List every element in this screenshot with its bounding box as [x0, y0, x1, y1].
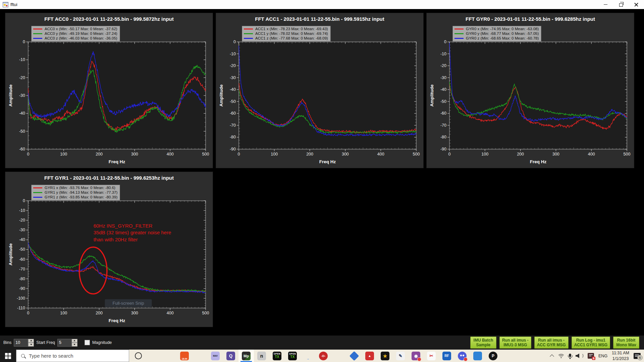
legend-label: GYR1 x (Min: -93.76 Max: 0 Mean: -80.6) [45, 186, 115, 190]
svg-text:-20: -20 [19, 218, 25, 223]
svg-text:-80: -80 [440, 135, 446, 139]
svg-text:-90: -90 [440, 147, 446, 152]
svg-text:-90: -90 [230, 147, 236, 152]
cortana-icon[interactable] [130, 350, 146, 362]
rocket-app-icon[interactable]: ▲ [362, 350, 377, 362]
image-editor-icon[interactable]: ✎ [393, 350, 408, 362]
svg-text:0: 0 [23, 40, 25, 44]
start-freq-stepper[interactable] [72, 339, 77, 347]
svg-text:0: 0 [444, 40, 446, 44]
magnitude-checkbox[interactable] [85, 340, 90, 345]
mavproxy-icon[interactable]: MAV [208, 350, 223, 362]
svg-text:0: 0 [233, 40, 236, 44]
snip-glyph: ✂ [427, 352, 436, 360]
microphone-icon[interactable] [569, 354, 571, 357]
qgroundcontrol-icon[interactable]: Q [223, 350, 238, 362]
wifi-icon[interactable] [558, 354, 565, 358]
search-icon [21, 354, 25, 358]
run-all-imus-accgyr-button[interactable]: Run all imus -ACC GYR MSG [534, 337, 569, 349]
mavproxy-glyph: MAV [211, 352, 220, 360]
kite-app-icon[interactable] [346, 350, 362, 362]
run-log-imu1-button[interactable]: Run Log - imu1ACC1 GYR1 MSG [572, 337, 610, 349]
svg-text:Freq Hz: Freq Hz [319, 159, 336, 164]
svg-text:-70: -70 [440, 123, 446, 128]
svg-text:-50: -50 [19, 247, 25, 252]
taskbar-clock[interactable]: 11:31 AM 1/1/2023 [612, 350, 629, 362]
language-indicator[interactable]: ENG [598, 354, 607, 358]
notification-center-icon[interactable]: 6 [634, 353, 641, 359]
start-freq-input[interactable] [57, 339, 72, 347]
opentx-icon[interactable]: OPENTX [269, 350, 285, 362]
run-16bit-mono-wav-button[interactable]: Run 16bitMono Wav [613, 337, 639, 349]
bins-label: Bins [3, 340, 11, 345]
bins-stepper[interactable] [28, 339, 34, 347]
legend-swatch [244, 33, 253, 34]
search-input[interactable] [28, 353, 113, 359]
tray-app-icon[interactable]: 6 [588, 353, 594, 359]
videopad-icon[interactable]: ★ [377, 350, 393, 362]
ubuntu-glyph: 18.04 [180, 352, 189, 360]
fft-controls: Bins Start Freq Magnitude [3, 336, 112, 350]
file-explorer-glyph [165, 352, 173, 360]
close-button[interactable] [629, 0, 644, 9]
svg-text:-10: -10 [19, 208, 25, 213]
restore-button[interactable] [613, 0, 629, 9]
discord-icon[interactable] [454, 350, 470, 362]
imu-batch-sample-button[interactable]: IMU BatchSample [470, 337, 496, 349]
legend-row: ACC0 y (Min: -49.19 Max: 0 Mean: -37.24) [33, 31, 117, 36]
svg-text:-60: -60 [230, 111, 236, 116]
svg-text:Full-screen Snip: Full-screen Snip [113, 301, 144, 306]
svg-text:200: 200 [96, 311, 103, 315]
bins-input[interactable] [14, 339, 28, 347]
svg-text:-10: -10 [440, 52, 446, 56]
mission-planner-glyph: Mp [242, 352, 251, 360]
chrome-icon[interactable] [146, 350, 161, 362]
vlc-glyph [335, 352, 342, 360]
snip-icon[interactable]: ✂ [424, 350, 439, 362]
volume-icon[interactable] [576, 353, 583, 358]
obs-glyph [473, 352, 482, 360]
display-switch-icon[interactable]: → [300, 350, 316, 362]
minimize-button[interactable] [598, 0, 613, 9]
taskbar-search[interactable] [16, 350, 129, 362]
legend-swatch [454, 28, 464, 29]
ubuntu-icon[interactable]: 18.04 [177, 350, 192, 362]
obs-icon[interactable] [470, 350, 485, 362]
svg-text:-10: -10 [19, 57, 25, 62]
svg-text:-60: -60 [19, 257, 25, 262]
mission-planner-icon[interactable]: Mp [238, 350, 254, 362]
legend-label: ACC1 x (Min: -78.23 Max: 0 Mean: -69.43) [255, 27, 328, 31]
svg-text:-30: -30 [440, 75, 446, 80]
minimize-icon [604, 4, 607, 5]
plex-icon[interactable]: P [485, 350, 501, 362]
linux-tux-icon[interactable] [192, 350, 208, 362]
svg-text:-10: -10 [230, 52, 236, 56]
legend-swatch [33, 187, 42, 188]
davinci-icon[interactable]: -D- [316, 350, 331, 362]
chart-legend: GYR0 x (Min: -74.95 Max: 0 Mean: -63.08)… [452, 26, 541, 42]
vlc-icon[interactable] [331, 350, 346, 362]
svg-text:300: 300 [131, 311, 138, 315]
chrome-glyph [149, 352, 158, 360]
tray-expand-icon[interactable] [550, 354, 554, 359]
run-all-imus-imu13-button[interactable]: Run all imus -IMU1-3 MSG [499, 337, 531, 349]
svg-text:0: 0 [27, 311, 30, 315]
notification-dot [417, 357, 421, 361]
legend-row: GYR1 x (Min: -93.76 Max: 0 Mean: -80.6) [33, 185, 117, 190]
ncoder-icon[interactable]: n [254, 350, 269, 362]
file-explorer-icon[interactable] [161, 350, 177, 362]
svg-text:300: 300 [131, 152, 138, 157]
video-capture-icon[interactable]: ◉ [408, 350, 424, 362]
legend-label: GYR1 y (Min: -94.13 Max: 0 Mean: -77.37) [45, 190, 117, 194]
magnitude-label: Magnitude [92, 340, 112, 345]
legend-label: ACC0 y (Min: -49.19 Max: 0 Mean: -37.24) [45, 32, 117, 36]
realflight-icon[interactable]: RF [439, 350, 454, 362]
taskbar-icons: 18.04MAVQMpnOPENTXOPENTX→-D-▲★✎◉✂RFP [130, 350, 501, 362]
display-switch-glyph: → [304, 352, 312, 360]
opentx-icon-2[interactable]: OPENTX [285, 350, 300, 362]
svg-text:-50: -50 [19, 129, 25, 134]
close-icon [634, 2, 639, 7]
svg-text:-40: -40 [230, 87, 236, 92]
legend-label: ACC1 y (Min: -78.02 Max: 0 Mean: -69.74) [255, 32, 328, 36]
start-button[interactable] [0, 350, 16, 362]
